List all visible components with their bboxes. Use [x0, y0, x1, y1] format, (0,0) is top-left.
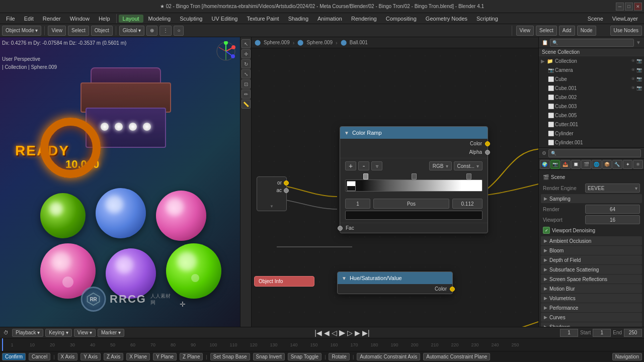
- z-axis-btn[interactable]: Z Axis: [104, 353, 123, 360]
- rotate-btn[interactable]: Rotate: [329, 353, 349, 360]
- prop-tab-scene2[interactable]: 🎬: [581, 160, 591, 169]
- render-value[interactable]: 64: [585, 205, 640, 214]
- next-keyframe-btn[interactable]: ▷: [347, 329, 353, 337]
- snap-toggle-btn[interactable]: Snap Toggle: [288, 353, 321, 360]
- ramp-stop-3[interactable]: [466, 173, 471, 179]
- hue-sat-color-socket[interactable]: [450, 287, 455, 292]
- ramp-flip-btn[interactable]: ▿: [371, 161, 382, 170]
- workspace-animation[interactable]: Animation: [313, 15, 346, 23]
- node-node[interactable]: Node: [577, 26, 596, 36]
- outliner-item-cube002[interactable]: ⬜ Cube.002: [539, 93, 644, 102]
- prop-tab-object[interactable]: 📦: [602, 160, 612, 169]
- color-mode-select[interactable]: RGB ▾: [429, 161, 452, 170]
- cube001-render-icon[interactable]: 📷: [636, 85, 642, 90]
- auto-constraint-plane-btn[interactable]: Automatic Constraint Plane: [423, 353, 490, 360]
- object-menu[interactable]: Object: [91, 26, 113, 36]
- cube-eye-icon[interactable]: 👁: [631, 76, 635, 81]
- node-expand-arrow[interactable]: ▼: [261, 204, 282, 209]
- workspace-scripting[interactable]: Scripting: [472, 15, 502, 23]
- volumetrics-header[interactable]: ▶ Volumetrics: [541, 294, 642, 303]
- marker-select[interactable]: Marker ▾: [98, 329, 124, 337]
- current-frame[interactable]: 1: [560, 329, 578, 337]
- outliner-item-cutter[interactable]: ⬜ Cutter.001: [539, 120, 644, 129]
- playback-select[interactable]: Playback ▾: [12, 329, 43, 337]
- outliner-item-cube003[interactable]: ⬜ Cube.003: [539, 102, 644, 111]
- performance-header[interactable]: ▶ Performance: [541, 303, 642, 312]
- node-select[interactable]: Select: [536, 26, 557, 36]
- menu-edit[interactable]: Edit: [20, 15, 38, 23]
- play-btn[interactable]: ▶: [339, 328, 345, 337]
- tool-rotate[interactable]: ↻: [242, 59, 251, 68]
- close-btn[interactable]: ✕: [634, 3, 642, 11]
- render-engine-select[interactable]: EEVEE ▾: [585, 184, 640, 193]
- viewport-value[interactable]: 16: [585, 215, 640, 224]
- outliner-item-camera[interactable]: 📷 Camera 👁 📷: [539, 65, 644, 74]
- prop-tab-modifier[interactable]: 🔧: [612, 160, 622, 169]
- ramp-pos-value-field[interactable]: 0.112: [452, 199, 482, 209]
- ssr-header[interactable]: ▶ Screen Space Reflections: [541, 275, 642, 284]
- tool-scale[interactable]: ⤡: [242, 69, 251, 78]
- y-plane-btn[interactable]: Y Plane: [153, 353, 177, 360]
- start-frame[interactable]: 1: [593, 329, 611, 337]
- workspace-modeling[interactable]: Modeling: [144, 15, 175, 23]
- workspace-layout[interactable]: Layout: [119, 15, 143, 23]
- minimize-btn[interactable]: ─: [616, 3, 624, 11]
- jump-start-btn[interactable]: |◀: [314, 329, 322, 337]
- next-frame-btn[interactable]: ▶: [355, 329, 360, 337]
- x-plane-btn[interactable]: X Plane: [126, 353, 150, 360]
- ramp-index-field[interactable]: 1: [345, 199, 370, 209]
- breadcrumb-sphere1[interactable]: Sphere.009: [264, 40, 290, 45]
- navigation-btn[interactable]: Navigation: [612, 353, 642, 360]
- view-select[interactable]: View ▾: [74, 329, 96, 337]
- workspace-uv-editing[interactable]: UV Editing: [207, 15, 242, 23]
- y-axis-btn[interactable]: Y Axis: [80, 353, 101, 360]
- ramp-add-stop[interactable]: +: [345, 161, 356, 170]
- outliner-filter-icon[interactable]: ▼: [636, 40, 641, 45]
- eye-icon[interactable]: 👁: [631, 58, 635, 63]
- scene-selector[interactable]: Scene: [584, 15, 607, 23]
- prev-frame-btn[interactable]: ◀: [324, 329, 330, 337]
- view-layer-selector[interactable]: ViewLayer: [608, 15, 642, 23]
- viewport-3d[interactable]: Dx: 0.4276 m Dy: -0.07584 m Dz: -0.3537 …: [0, 37, 252, 327]
- color-output-socket[interactable]: [485, 141, 490, 146]
- viewport-denoising-checkbox[interactable]: ✓: [543, 227, 550, 234]
- alpha-output-socket[interactable]: [485, 150, 490, 155]
- snap-btn[interactable]: ⋮: [159, 26, 172, 36]
- prop-tab-particles[interactable]: ✦: [623, 160, 633, 169]
- cancel-btn[interactable]: Cancel: [29, 353, 50, 360]
- set-snap-btn[interactable]: Set Snap Base: [210, 353, 250, 360]
- workspace-shading[interactable]: Shading: [284, 15, 312, 23]
- timeline-editor-icon[interactable]: ⏱: [2, 329, 10, 337]
- view-menu[interactable]: View: [48, 26, 66, 36]
- prop-tab-physics[interactable]: ⚛: [633, 160, 643, 169]
- outliner-item-cylinder001[interactable]: ⬜ Cylinder.001: [539, 138, 644, 147]
- jump-end-btn[interactable]: ▶|: [362, 329, 370, 337]
- prop-tab-scene[interactable]: 🌍: [540, 160, 550, 169]
- fac-input-socket[interactable]: [338, 226, 343, 231]
- tool-select[interactable]: ↖: [242, 39, 251, 48]
- node-editor-canvas[interactable]: or ac ▼ ▼ Color: [252, 48, 538, 327]
- motion-blur-header[interactable]: ▶ Motion Blur: [541, 284, 642, 293]
- breadcrumb-ball[interactable]: Ball.001: [350, 40, 368, 45]
- prop-tab-world[interactable]: 🌐: [592, 160, 602, 169]
- timeline-ruler[interactable]: 1 10 20 30 40 50 60 70 80 90 100 110 120…: [0, 338, 644, 351]
- use-nodes-btn[interactable]: Use Nodes: [610, 26, 642, 36]
- workspace-rendering[interactable]: Rendering: [347, 15, 381, 23]
- prop-tab-output[interactable]: 📤: [560, 160, 571, 169]
- breadcrumb-sphere2[interactable]: Sphere.009: [306, 40, 333, 45]
- outliner-search[interactable]: 🔍: [550, 39, 634, 47]
- prop-tab-render[interactable]: 📷: [550, 160, 560, 169]
- interpolation-select[interactable]: Const... ▾: [454, 161, 482, 170]
- subsurface-header[interactable]: ▶ Subsurface Scattering: [541, 265, 642, 274]
- ramp-stop-1[interactable]: [363, 173, 368, 179]
- snap-invert-btn[interactable]: Snap Invert: [253, 353, 285, 360]
- maximize-btn[interactable]: □: [625, 3, 633, 11]
- menu-file[interactable]: File: [2, 15, 19, 23]
- curves-header[interactable]: ▶ Curves: [541, 313, 642, 322]
- pivot-mode[interactable]: ⊕: [146, 26, 157, 36]
- confirm-btn[interactable]: Confirm: [2, 353, 26, 360]
- ramp-remove-stop[interactable]: -: [358, 161, 369, 170]
- workspace-texture-paint[interactable]: Texture Paint: [243, 15, 283, 23]
- tool-transform[interactable]: ⊡: [242, 79, 251, 88]
- color-ramp-collapse-icon[interactable]: ▼: [344, 130, 349, 136]
